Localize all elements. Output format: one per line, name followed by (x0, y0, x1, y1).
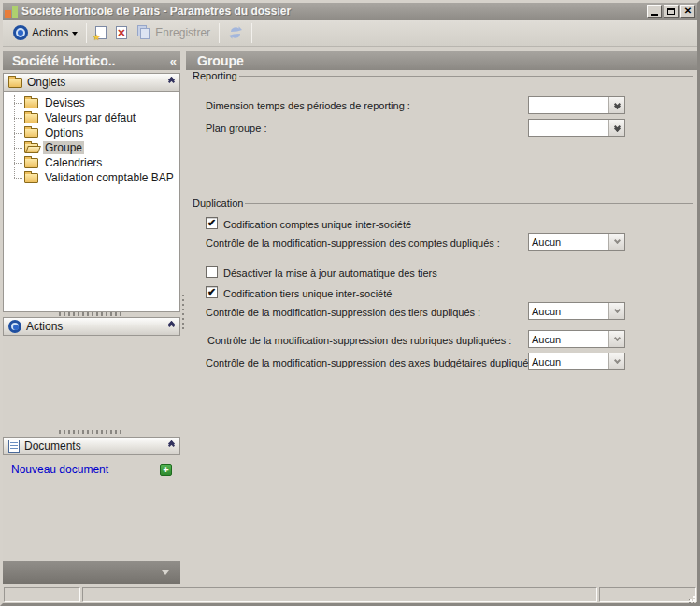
duplication-section-label: Duplication (193, 197, 245, 209)
delete-button[interactable]: ✕ (111, 22, 132, 44)
sidebar-item-options[interactable]: Options (4, 125, 179, 140)
combo-value (529, 120, 608, 136)
sidebar-item-groupe[interactable]: Groupe (4, 140, 179, 155)
actions-panel-header[interactable]: Actions (3, 317, 180, 336)
splitter-grip-dots (59, 430, 124, 434)
collapse-panel-icon[interactable] (169, 444, 174, 448)
tree-item-label: Valeurs par défaut (43, 111, 137, 124)
chevron-down-icon (72, 32, 78, 38)
combo-dropdown-button[interactable] (608, 331, 624, 347)
controle-tiers-label: Contrôle de la modification-suppression … (206, 307, 480, 318)
window-title: Société Horticole de Paris - Paramètres … (21, 5, 647, 18)
status-cell-middle (82, 587, 597, 602)
controle-comptes-label: Contrôle de la modification-suppression … (206, 238, 500, 249)
folder-icon (24, 98, 38, 108)
maximize-button[interactable] (664, 5, 679, 18)
combo-value: Aucun (529, 303, 608, 319)
codification-tiers-checkbox[interactable]: ✔ (206, 286, 218, 298)
new-document-link[interactable]: Nouveau document (11, 463, 160, 476)
combo-dropdown-button[interactable] (608, 354, 624, 369)
toolbar-separator (86, 23, 87, 43)
combo-dropdown-button[interactable] (608, 120, 624, 136)
controle-rubriques-label: Contrôle de la modification-suppression … (207, 335, 511, 346)
plan-groupe-label: Plan groupe : (206, 123, 266, 134)
toolbar-separator (219, 23, 220, 43)
combo-value: Aucun (529, 331, 608, 347)
combo-value: Aucun (529, 354, 608, 369)
sidebar-item-valeurs-par-defaut[interactable]: Valeurs par défaut (4, 110, 179, 125)
status-cell-left (4, 587, 80, 602)
controle-comptes-combo[interactable]: Aucun (528, 233, 625, 251)
sidebar-header[interactable]: Société Hortico.. « (3, 51, 180, 70)
new-document-button[interactable]: ★ (91, 22, 111, 44)
codification-comptes-checkbox[interactable]: ✔ (206, 217, 218, 229)
refresh-icon (228, 25, 243, 40)
close-button[interactable]: ✕ (680, 5, 695, 18)
dimension-temps-combo[interactable] (528, 96, 625, 114)
tree-item-label: Calendriers (43, 156, 104, 169)
codification-tiers-label: Codification tiers unique inter-société (223, 288, 392, 299)
star-icon: ★ (93, 33, 100, 42)
combo-dropdown-button[interactable] (608, 234, 624, 250)
tree-item-label: Validation comptable BAP (43, 171, 176, 184)
actions-menu-button[interactable]: Actions (8, 22, 82, 44)
new-document-icon: ★ (95, 26, 107, 39)
save-button[interactable]: Enregistrer (132, 22, 215, 44)
minimize-button[interactable] (647, 5, 662, 18)
folder-icon (24, 128, 38, 138)
folder-icon (24, 173, 38, 183)
documents-panel-header[interactable]: Documents (3, 437, 180, 455)
reporting-section-label: Reporting (193, 70, 239, 81)
app-window: Société Horticole de Paris - Paramètres … (0, 0, 700, 606)
actions-target-icon (13, 25, 28, 40)
main-panel: Groupe Reporting Dimension temps des pér… (186, 49, 697, 586)
app-icon (5, 5, 19, 19)
app-icon-green (12, 6, 18, 18)
combo-value (529, 97, 608, 113)
sidebar-item-validation-comptable-bap[interactable]: Validation comptable BAP (4, 170, 179, 185)
reporting-section-header: Reporting (193, 70, 693, 81)
controle-tiers-combo[interactable]: Aucun (528, 302, 625, 320)
maximize-icon (667, 8, 675, 15)
onglets-tree: Devises Valeurs par défaut Options Group… (3, 92, 180, 312)
chevron-down-icon (613, 335, 620, 341)
sidebar-footer-bar[interactable] (3, 561, 180, 584)
combo-dropdown-button[interactable] (608, 303, 624, 319)
collapse-sidebar-icon[interactable]: « (170, 54, 177, 68)
add-document-button[interactable]: + (160, 464, 172, 476)
plan-groupe-combo[interactable] (528, 119, 625, 137)
delete-icon: ✕ (116, 26, 127, 39)
onglets-panel-header[interactable]: Onglets (3, 73, 180, 92)
controle-axes-label: Contrôle de la modification-suppression … (206, 357, 539, 368)
collapse-panel-icon[interactable] (169, 80, 174, 84)
save-button-label: Enregistrer (155, 26, 210, 39)
folder-icon (8, 78, 22, 88)
combo-dropdown-button[interactable] (608, 97, 624, 113)
actions-target-icon (8, 320, 21, 333)
codification-comptes-label: Codification comptes unique inter-sociét… (223, 219, 411, 230)
controle-axes-combo[interactable]: Aucun (528, 353, 625, 370)
tree-connector-line (14, 95, 15, 178)
folder-icon (24, 158, 38, 168)
splitter-grip-dots (59, 312, 124, 316)
open-folder-icon (24, 143, 38, 153)
refresh-button[interactable] (223, 22, 248, 44)
folder-icon (24, 113, 38, 123)
tree-item-label: Groupe (43, 141, 84, 154)
app-icon-orange (5, 10, 11, 18)
resize-grip[interactable] (686, 592, 694, 600)
documents-panel-title: Documents (24, 440, 164, 453)
document-icon (8, 440, 20, 453)
controle-rubriques-combo[interactable]: Aucun (528, 330, 625, 348)
section-divider-line (239, 76, 693, 77)
combo-value: Aucun (529, 234, 608, 250)
sidebar-header-title: Société Hortico.. (12, 53, 170, 68)
onglets-panel-title: Onglets (27, 76, 164, 89)
sidebar-splitter[interactable] (3, 429, 180, 435)
sidebar-item-calendriers[interactable]: Calendriers (4, 155, 179, 170)
red-x-icon: ✕ (117, 27, 125, 39)
actions-menu-label: Actions (32, 26, 68, 39)
collapse-panel-icon[interactable] (169, 325, 174, 328)
sidebar-item-devises[interactable]: Devises (4, 95, 179, 110)
desactiver-mise-a-jour-checkbox[interactable] (206, 266, 218, 278)
